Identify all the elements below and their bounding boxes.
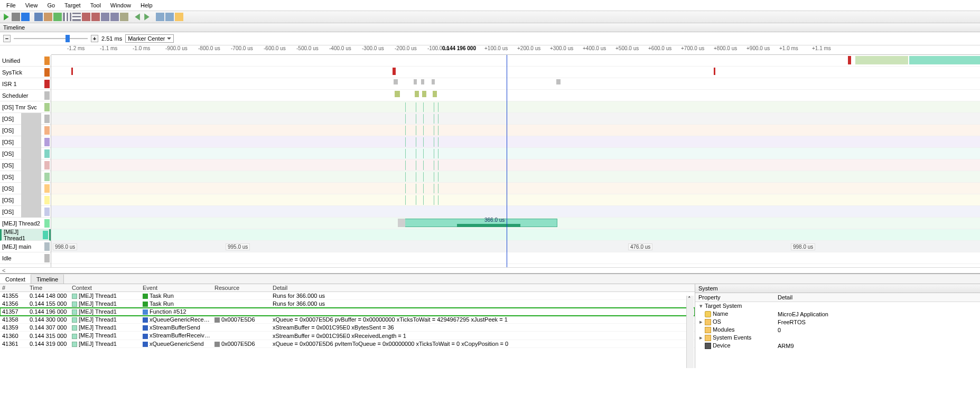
grid-icon[interactable] <box>63 13 71 21</box>
grid2-icon[interactable] <box>72 13 81 21</box>
play-icon[interactable] <box>2 13 11 21</box>
tag-icon <box>705 311 711 317</box>
step-icon[interactable] <box>21 13 30 21</box>
ruler-tick: +200.0 us <box>517 45 540 51</box>
timeline-cursor[interactable] <box>507 55 507 267</box>
track-lane[interactable] <box>51 67 980 78</box>
track-label[interactable]: Unified <box>0 55 51 67</box>
track-label-text: Scheduler <box>2 92 29 99</box>
track-label-text: Idle <box>2 255 12 261</box>
grid3-icon[interactable] <box>101 13 109 21</box>
track-label[interactable]: Idle <box>0 252 51 264</box>
system-prop-value <box>774 302 980 310</box>
tree-arrow-icon[interactable]: ▸ <box>698 318 704 325</box>
table-row[interactable]: 413560.144 155 000[MEJ] Thread1Task RunR… <box>0 300 695 308</box>
event-table-scrollbar[interactable]: ˄ <box>686 296 694 368</box>
track-lane[interactable] <box>51 194 980 206</box>
system-row[interactable]: Modules0 <box>695 326 980 334</box>
tree-arrow-icon[interactable]: ▸ <box>698 334 704 341</box>
track-lane[interactable] <box>51 229 980 241</box>
track-lane[interactable] <box>51 148 980 159</box>
col-num[interactable]: # <box>0 284 27 292</box>
track-lane[interactable] <box>51 55 980 67</box>
system-row[interactable]: ▸System Events <box>695 334 980 342</box>
col-context[interactable]: Context <box>70 284 141 292</box>
track-canvas[interactable]: 366.0 us998.0 us995.0 us476.0 us998.0 us <box>51 55 980 267</box>
zoom-in-button[interactable]: + <box>91 35 98 42</box>
track-label-text: [OS] <box>2 209 14 215</box>
cell-detail: xStreamBuffer = 0x001C95E0 xBytesSent = … <box>270 324 695 332</box>
goto-prev-icon[interactable] <box>133 13 142 21</box>
track-lane[interactable] <box>51 101 980 113</box>
col-event[interactable]: Event <box>141 284 212 292</box>
syscol-detail[interactable]: Detail <box>774 293 980 302</box>
table-row[interactable]: 413590.144 307 000[MEJ] Thread1xStreamBu… <box>0 324 695 332</box>
table-row[interactable]: 413580.144 300 000[MEJ] Thread1xQueueGen… <box>0 316 695 324</box>
zoom-slider[interactable] <box>14 34 88 43</box>
track-label[interactable]: [MEJ] main <box>0 241 51 252</box>
menu-file[interactable]: File <box>2 1 20 10</box>
ruler-tick: -1.0 ms <box>133 45 150 51</box>
table-row[interactable]: 413600.144 315 000[MEJ] Thread1xStreamBu… <box>0 332 695 340</box>
col-resource[interactable]: Resource <box>212 284 270 292</box>
track-lane[interactable] <box>51 78 980 90</box>
open-icon[interactable] <box>175 13 183 21</box>
system-prop-label: Modules <box>713 326 735 333</box>
col-time[interactable]: Time <box>27 284 70 292</box>
stack-icon[interactable] <box>120 13 128 21</box>
track-lane[interactable] <box>51 183 980 194</box>
marker-mode-combo[interactable]: Marker Center <box>125 34 174 43</box>
menu-bar: File View Go Target Tool Window Help <box>0 0 980 11</box>
grid4-icon[interactable] <box>110 13 119 21</box>
track-label[interactable]: Scheduler <box>0 90 51 101</box>
event-type-icon <box>143 309 148 315</box>
track-lane[interactable]: 998.0 us995.0 us476.0 us998.0 us <box>51 241 980 252</box>
sync-icon[interactable] <box>34 13 43 21</box>
track-lane[interactable] <box>51 159 980 171</box>
export-icon[interactable] <box>165 13 174 21</box>
system-row[interactable]: DeviceARM9 <box>695 342 980 350</box>
menu-tool[interactable]: Tool <box>86 1 105 10</box>
tab-timeline[interactable]: Timeline <box>31 274 64 284</box>
time-ruler[interactable]: -1.2 ms -1.1 ms -1.0 ms -900.0 us -800.0… <box>51 45 980 55</box>
import-icon[interactable] <box>156 13 164 21</box>
track-lane[interactable] <box>51 171 980 183</box>
filter-icon[interactable] <box>44 13 52 21</box>
table-row[interactable]: 413570.144 196 000[MEJ] Thread1Function … <box>0 308 695 316</box>
menu-help[interactable]: Help <box>136 1 157 10</box>
goto-next-icon[interactable] <box>143 13 151 21</box>
tab-context[interactable]: Context <box>0 274 31 284</box>
menu-go[interactable]: Go <box>43 1 59 10</box>
menu-view[interactable]: View <box>21 1 42 10</box>
track-lane[interactable] <box>51 113 980 125</box>
table-row[interactable]: 413550.144 148 000[MEJ] Thread1Task RunR… <box>0 292 695 300</box>
bookmark-r-icon[interactable] <box>91 13 100 21</box>
track-lane[interactable] <box>51 90 980 101</box>
system-row[interactable]: NameMicroEJ Application <box>695 310 980 318</box>
system-row[interactable]: ▸OSFreeRTOS <box>695 318 980 326</box>
syscol-property[interactable]: Property <box>695 293 774 302</box>
track-label[interactable]: SysTick <box>0 67 51 78</box>
tree-arrow-icon[interactable]: ▾ <box>698 303 704 309</box>
track-label[interactable]: [MEJ] Thread2 <box>0 218 51 229</box>
track-lane[interactable] <box>51 252 980 264</box>
track-lane[interactable] <box>51 125 980 136</box>
track-color-swatch <box>44 208 50 216</box>
menu-target[interactable]: Target <box>60 1 85 10</box>
zoom-out-button[interactable]: − <box>3 35 11 42</box>
track-lane[interactable]: 366.0 us <box>51 218 980 229</box>
col-detail[interactable]: Detail <box>270 284 695 292</box>
track-lane[interactable] <box>51 206 980 218</box>
track-label[interactable]: [MEJ] Thread1 <box>0 229 51 241</box>
bookmark-l-icon[interactable] <box>82 13 90 21</box>
track-lane[interactable] <box>51 136 980 148</box>
track-label[interactable]: [OS] Tmr Svc <box>0 101 51 113</box>
ruler-tick: +300.0 us <box>550 45 573 51</box>
system-row[interactable]: ▾Target System <box>695 302 980 310</box>
pause-icon[interactable] <box>12 13 20 21</box>
refresh-icon[interactable] <box>53 13 62 21</box>
track-label[interactable]: ISR 1 <box>0 78 51 90</box>
menu-window[interactable]: Window <box>106 1 135 10</box>
timeline-hscroll[interactable]: < <box>0 267 980 274</box>
table-row[interactable]: 413610.144 319 000[MEJ] Thread1xQueueGen… <box>0 340 695 347</box>
